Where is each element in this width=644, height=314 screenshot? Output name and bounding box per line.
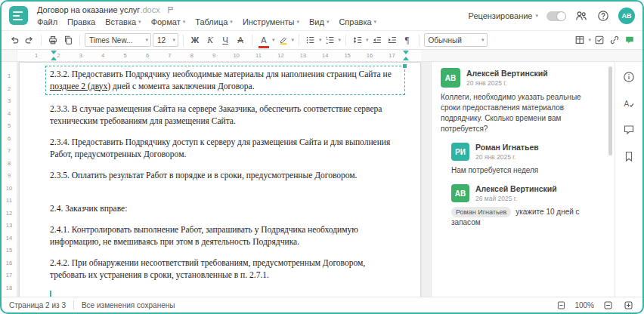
comment-date: 20 янв 2025 г. <box>475 153 539 161</box>
comment-avatar: АВ <box>441 68 460 88</box>
statusbar: Страница 2 из 3 Все изменения сохранены … <box>2 297 642 312</box>
zoom-out-icon[interactable] <box>601 297 615 312</box>
comments-scrollbar[interactable] <box>608 66 612 155</box>
comment-item[interactable]: АВАлексей Вертинский20 янв 2025 г.Коллег… <box>441 68 602 134</box>
document-area[interactable]: 2.3.2. Предоставить Подрядчику необходим… <box>17 62 431 297</box>
app-window: Договор на оказание услуг.docx ФайлПравк… <box>0 0 644 314</box>
ruler-number: 14 <box>322 52 328 59</box>
copy-button[interactable] <box>61 32 75 48</box>
underline-button[interactable]: Ч <box>218 32 232 48</box>
decrease-indent-button[interactable] <box>370 32 384 48</box>
ruler-number: 12 <box>277 52 283 59</box>
comment-author: Роман Игнатьев <box>475 143 539 152</box>
chevron-down-icon[interactable]: ▾ <box>272 37 275 43</box>
comment-text: Коллеги, необходимо указать реальные сро… <box>441 92 602 134</box>
paragraph-style-select[interactable]: Обычный▾ <box>424 33 488 47</box>
info-icon[interactable] <box>622 69 636 85</box>
doc-paragraph[interactable]: 2.4.2. При обнаружении несоответствий тр… <box>50 257 401 281</box>
font-size-select[interactable]: 12▾ <box>153 33 178 47</box>
spellcheck-icon[interactable]: А <box>622 96 636 111</box>
menu-item-2[interactable]: Вставка▾ <box>105 17 141 26</box>
italic-button[interactable]: К <box>203 32 217 48</box>
comments-panel[interactable]: АВАлексей Вертинский20 янв 2025 г.Коллег… <box>431 62 615 297</box>
ruler-number: 6 <box>146 52 149 59</box>
menu-item-4[interactable]: Таблица▾ <box>195 17 233 26</box>
comment-author: Алексей Вертинский <box>466 69 548 78</box>
paragraph-marks-button[interactable]: ¶ <box>401 32 414 48</box>
ruler-number: 12 <box>2 210 17 217</box>
checkbox-button[interactable] <box>593 32 606 48</box>
menu-item-6[interactable]: Вид▾ <box>309 17 329 26</box>
document-title: Договор на оказание услуг <box>37 5 140 14</box>
ruler-number: 13 <box>300 52 306 59</box>
highlight-color-button[interactable] <box>277 32 290 48</box>
comment-reply[interactable]: АВАлексей Вертинский26 май 2025 г.Роман … <box>451 184 602 228</box>
doc-paragraph[interactable]: 2.4.1. Контролировать выполнение Работ, … <box>50 224 401 248</box>
mention-chip[interactable]: Роман Игнатьев <box>451 207 511 217</box>
comments-icon[interactable] <box>622 122 636 137</box>
doc-paragraph[interactable]: 2.3.2. Предоставить Подрядчику необходим… <box>45 66 405 95</box>
redo-button[interactable] <box>23 32 36 48</box>
bullet-list-button[interactable] <box>304 32 317 48</box>
chevron-down-icon[interactable]: ▾ <box>319 37 322 43</box>
ruler-number: 17 <box>2 272 17 279</box>
ruler-number: 16 <box>367 52 373 59</box>
strikethrough-button[interactable]: А <box>234 32 247 48</box>
comment-author: Алексей Вертинский <box>475 184 557 193</box>
ruler-number: 15 <box>344 52 350 59</box>
insert-table-button[interactable] <box>573 32 587 48</box>
undo-button[interactable] <box>8 32 21 48</box>
doc-paragraph[interactable]: 2.3.4. Предоставить Подрядчику доступ к … <box>50 137 401 160</box>
chevron-down-icon[interactable]: ▾ <box>339 37 342 43</box>
ruler-number: 8 <box>190 52 194 59</box>
collaboration-users-icon[interactable] <box>574 8 588 23</box>
doc-paragraph[interactable]: 2.3.3. В случае размещения Сайта на серв… <box>50 103 401 127</box>
ruler-horizontal[interactable]: 1234567891011121314151617 <box>17 50 421 61</box>
document-page[interactable]: 2.3.2. Предоставить Подрядчику необходим… <box>19 62 421 297</box>
zoom-level[interactable]: 100% <box>574 301 594 309</box>
ruler-row: 1234567891011121314151617 <box>2 50 642 62</box>
doc-paragraph[interactable]: 2.4. Заказчик вправе: <box>50 203 401 215</box>
user-avatar[interactable]: АВ <box>618 8 635 24</box>
ruler-number: 2 <box>57 52 60 59</box>
left-indent-marker[interactable] <box>51 57 57 60</box>
doc-paragraph[interactable]: 2.3.5. Оплатить результат Работ в порядк… <box>50 170 401 182</box>
first-line-indent-marker[interactable] <box>51 51 57 54</box>
print-button[interactable] <box>46 32 60 48</box>
font-name-select[interactable]: Times New...▾ <box>85 33 151 47</box>
font-color-button[interactable]: А <box>257 32 271 48</box>
comment-date: 20 янв 2025 г. <box>466 79 548 87</box>
bookmark-icon[interactable] <box>622 149 636 164</box>
ruler-number: 8 <box>2 160 17 167</box>
menu-item-0[interactable]: Файл <box>37 17 57 26</box>
flag-icon[interactable] <box>166 5 175 14</box>
chevron-down-icon[interactable]: ▾ <box>366 37 369 43</box>
chevron-down-icon[interactable]: ▾ <box>588 37 591 43</box>
insert-link-button[interactable] <box>608 32 621 48</box>
zoom-in-icon[interactable] <box>621 297 635 312</box>
comment-reply[interactable]: РИРоман Игнатьев20 янв 2025 г.Нам потреб… <box>451 143 602 176</box>
ruler-number: 1 <box>35 52 38 59</box>
right-indent-marker[interactable] <box>403 57 409 60</box>
app-logo-icon[interactable] <box>9 6 28 25</box>
menu-item-1[interactable]: Правка <box>67 17 95 26</box>
chevron-down-icon[interactable]: ▾ <box>292 37 295 43</box>
fit-page-icon[interactable] <box>554 297 568 312</box>
help-icon[interactable] <box>596 8 610 23</box>
main-area: 123456789101112131415161718 2.3.2. Предо… <box>2 62 642 297</box>
right-indent-marker-top[interactable] <box>403 51 409 54</box>
ruler-vertical[interactable]: 123456789101112131415161718 <box>2 62 17 297</box>
add-comment-button[interactable] <box>623 32 636 48</box>
menu-item-3[interactable]: Формат▾ <box>151 17 186 26</box>
menubar: ФайлПравкаВставка▾Формат▾Таблица▾Инструм… <box>37 17 376 26</box>
review-mode-selector[interactable]: Рецензирование▾ <box>469 11 538 20</box>
bold-button[interactable]: Ж <box>188 32 202 48</box>
numbered-list-button[interactable] <box>324 32 337 48</box>
line-spacing-button[interactable] <box>351 32 364 48</box>
page-counter[interactable]: Страница 2 из 3 <box>9 301 66 309</box>
review-toggle[interactable] <box>546 11 566 21</box>
ruler-number: 3 <box>79 52 82 59</box>
increase-indent-button[interactable] <box>385 32 399 48</box>
menu-item-7[interactable]: Справка▾ <box>339 17 376 26</box>
menu-item-5[interactable]: Инструменты▾ <box>243 17 299 26</box>
